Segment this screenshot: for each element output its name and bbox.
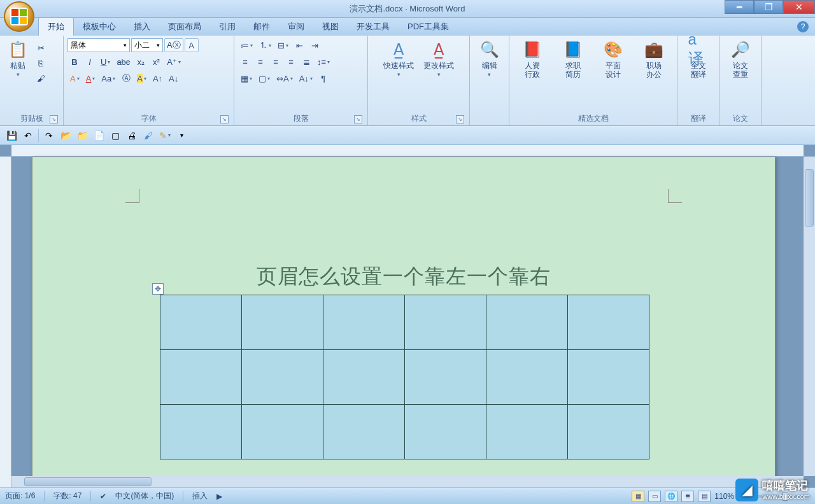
document-page[interactable]: 页眉怎么设置一个靠左一个靠右 ✥ <box>32 157 776 487</box>
change-case-button[interactable]: Aa <box>99 71 118 85</box>
featured-design-button[interactable]: 🎨平面设计 <box>599 38 627 81</box>
editing-button[interactable]: 🔍 编辑▾ <box>476 38 504 79</box>
thesis-check-button[interactable]: 🔎论文查重 <box>726 38 755 81</box>
featured-resume-button[interactable]: 📘求职简历 <box>559 38 587 81</box>
featured-office-button[interactable]: 💼职场办公 <box>640 38 668 81</box>
tab-template[interactable]: 模板中心 <box>74 18 125 36</box>
change-styles-button[interactable]: A̲ 更改样式▾ <box>420 38 458 79</box>
undo-icon[interactable]: ↶ <box>22 129 34 142</box>
strikethrough-button[interactable]: abc <box>114 55 132 69</box>
save-icon[interactable]: 💾 <box>5 129 18 142</box>
help-icon[interactable]: ? <box>797 21 809 32</box>
copy-button[interactable]: ⎘ <box>34 56 48 70</box>
justify-button[interactable]: ≡ <box>284 55 298 69</box>
borders-button[interactable]: ▢ <box>256 71 273 85</box>
clipboard-launcher[interactable]: ↘ <box>50 115 58 123</box>
align-right-button[interactable]: ≡ <box>269 55 283 69</box>
status-word-count[interactable]: 字数: 47 <box>53 491 82 501</box>
char-border-button[interactable]: A <box>185 38 199 52</box>
window-minimize-button[interactable]: ━ <box>725 0 754 14</box>
paste-button[interactable]: 📋 粘贴 ▾ <box>4 38 32 79</box>
decrease-indent-button[interactable]: ⇤ <box>292 38 306 52</box>
horizontal-scrollbar[interactable] <box>11 476 804 487</box>
table-row <box>160 350 649 405</box>
vertical-scrollbar[interactable] <box>804 157 815 476</box>
watermark: ◢ 嘻嘻笔记 www.bijixx.com <box>735 479 810 501</box>
status-language[interactable]: 中文(简体，中国) <box>115 491 174 501</box>
open-icon[interactable]: 📂 <box>59 129 72 142</box>
view-draft-button[interactable]: ▤ <box>698 491 711 502</box>
featured-hr-button[interactable]: 📕人资行政 <box>518 38 546 81</box>
tab-pdf-tools[interactable]: PDF工具集 <box>399 18 458 36</box>
tab-insert[interactable]: 插入 <box>125 18 159 36</box>
shrink-font-button[interactable]: A↓ <box>166 71 181 85</box>
new-doc-icon[interactable]: 📄 <box>92 129 105 142</box>
document-heading[interactable]: 页眉怎么设置一个靠左一个靠右 <box>32 263 775 291</box>
status-macro-icon[interactable]: ▶ <box>216 492 222 501</box>
numbering-button[interactable]: ⒈ <box>257 38 274 52</box>
font-launcher[interactable]: ↘ <box>220 115 229 123</box>
horizontal-ruler[interactable] <box>11 145 804 157</box>
bold-button[interactable]: B <box>67 55 82 69</box>
phonetic-guide-button[interactable]: A⁺ <box>164 55 183 69</box>
cut-button[interactable]: ✂ <box>34 41 48 55</box>
view-print-layout-button[interactable]: ▦ <box>632 491 644 502</box>
tab-mailings[interactable]: 邮件 <box>244 18 279 36</box>
brush-icon[interactable]: 🖌 <box>142 129 155 142</box>
tab-developer[interactable]: 开发工具 <box>348 18 399 36</box>
qat-customize-icon[interactable]: ▾ <box>175 129 188 142</box>
view-outline-button[interactable]: ≣ <box>681 491 694 502</box>
italic-button[interactable]: I <box>83 55 97 69</box>
align-center-button[interactable]: ≡ <box>253 55 267 69</box>
grow-font-button[interactable]: A↑ <box>150 71 165 85</box>
office-button[interactable] <box>4 1 34 32</box>
paragraph-launcher[interactable]: ↘ <box>354 115 362 123</box>
vertical-ruler[interactable] <box>0 157 11 487</box>
circled-char-button[interactable]: Ⓐ <box>119 71 133 85</box>
view-full-screen-button[interactable]: ▭ <box>648 491 661 502</box>
status-page[interactable]: 页面: 1/6 <box>5 491 35 501</box>
bullets-button[interactable]: ≔ <box>238 38 255 52</box>
new-folder-icon[interactable]: 📁 <box>76 129 89 142</box>
underline-button[interactable]: U <box>98 55 113 69</box>
table-move-handle-icon[interactable]: ✥ <box>152 283 164 295</box>
align-left-button[interactable]: ≡ <box>238 55 252 69</box>
styles-launcher[interactable]: ↘ <box>456 115 464 123</box>
clear-format-button[interactable]: Aⓧ <box>164 38 183 52</box>
sort-button[interactable]: A↓ <box>297 71 315 85</box>
show-marks-button[interactable]: ¶ <box>316 71 330 85</box>
highlight-tool-icon[interactable]: ✎ <box>159 129 171 142</box>
font-name-combo[interactable]: 黑体▾ <box>67 38 130 52</box>
redo-icon[interactable]: ↷ <box>43 129 55 142</box>
format-painter-button[interactable]: 🖌 <box>34 71 48 85</box>
window-maximize-button[interactable]: ❐ <box>754 0 783 14</box>
status-proofing-icon[interactable]: ✔ <box>100 492 106 501</box>
font-size-combo[interactable]: 小二▾ <box>131 38 163 52</box>
tab-view[interactable]: 视图 <box>313 18 348 36</box>
font-color-button[interactable]: A <box>83 71 98 85</box>
zoom-level[interactable]: 110% <box>714 492 734 501</box>
distribute-button[interactable]: ≣ <box>299 55 313 69</box>
text-effects-button[interactable]: A <box>67 71 82 85</box>
highlight-button[interactable]: A <box>134 71 149 85</box>
status-mode[interactable]: 插入 <box>192 491 208 501</box>
subscript-button[interactable]: x₂ <box>134 55 148 69</box>
increase-indent-button[interactable]: ⇥ <box>308 38 322 52</box>
tab-page-layout[interactable]: 页面布局 <box>159 18 210 36</box>
window-close-button[interactable]: ✕ <box>783 0 815 14</box>
tab-references[interactable]: 引用 <box>210 18 244 36</box>
superscript-button[interactable]: x² <box>149 55 163 69</box>
line-spacing-button[interactable]: ↕≡ <box>315 55 332 69</box>
blank-doc-icon[interactable]: ▢ <box>109 129 122 142</box>
group-featured-docs: 📕人资行政 📘求职简历 🎨平面设计 💼职场办公 精选文档 <box>509 36 677 125</box>
tab-home[interactable]: 开始 <box>38 17 74 36</box>
shading-button[interactable]: ▦ <box>238 71 255 85</box>
translate-button[interactable]: a译全文翻译 <box>684 38 712 81</box>
print-icon[interactable]: 🖨 <box>125 129 138 142</box>
view-web-layout-button[interactable]: 🌐 <box>665 491 677 502</box>
document-table[interactable] <box>160 295 649 459</box>
quick-styles-button[interactable]: A̲ 快速样式▾ <box>379 38 418 79</box>
char-scale-button[interactable]: ⇔A <box>274 71 295 85</box>
multilevel-list-button[interactable]: ⊟ <box>275 38 291 52</box>
tab-review[interactable]: 审阅 <box>279 18 313 36</box>
